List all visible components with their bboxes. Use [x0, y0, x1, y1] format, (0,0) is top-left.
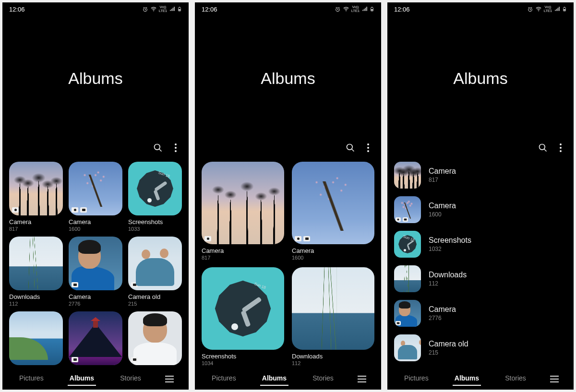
album-card[interactable]: Camera1600 — [69, 162, 122, 232]
nav-stories[interactable]: Stories — [503, 372, 528, 386]
more-options-icon[interactable] — [365, 143, 372, 152]
sd-badge-icon — [131, 357, 138, 362]
album-thumbnail[interactable] — [69, 162, 122, 215]
album-card[interactable]: Camera1600 — [292, 162, 374, 261]
list-item-text: Camera1600 — [429, 202, 456, 218]
alarm-icon — [527, 6, 533, 12]
album-thumbnail[interactable] — [128, 311, 182, 365]
album-thumbnail[interactable] — [69, 237, 122, 290]
album-thumbnail[interactable] — [9, 311, 63, 365]
album-name: Screenshots — [128, 218, 182, 226]
album-card[interactable] — [9, 311, 63, 365]
album-thumbnail[interactable] — [394, 334, 421, 361]
menu-icon[interactable] — [358, 376, 366, 382]
thumbnail-badges — [396, 321, 401, 325]
nav-stories[interactable]: Stories — [311, 372, 336, 386]
signal-icon — [361, 6, 368, 12]
svg-point-7 — [346, 11, 347, 12]
nav-pictures[interactable]: Pictures — [402, 372, 431, 386]
album-count: 817 — [202, 255, 284, 261]
album-name: Camera — [429, 202, 456, 210]
albums-list[interactable]: Camera817Camera1600Sun 18Screenshots1032… — [387, 162, 574, 368]
nav-pictures[interactable]: Pictures — [210, 372, 238, 386]
album-thumbnail[interactable] — [394, 265, 421, 292]
album-card[interactable]: Camera2776 — [69, 237, 122, 307]
toolbar — [195, 141, 381, 162]
album-thumbnail[interactable]: Sun 18 — [394, 231, 421, 258]
list-item[interactable]: Sun 18Screenshots1032 — [394, 231, 567, 258]
album-thumbnail[interactable] — [292, 267, 374, 350]
page-header: Albums — [2, 16, 189, 141]
list-item[interactable]: Downloads112 — [394, 265, 567, 292]
nav-pictures[interactable]: Pictures — [17, 372, 46, 386]
album-thumbnail[interactable] — [9, 237, 63, 290]
album-thumbnail[interactable] — [394, 300, 421, 327]
album-name: Camera — [69, 218, 122, 226]
album-card[interactable]: Camera817 — [9, 162, 63, 232]
list-item-text: Camera817 — [429, 167, 456, 183]
phone-screen-grid2: 12:06 Vo)) LTE1 Albums Camera817Camera16… — [195, 2, 381, 390]
nav-albums[interactable]: Albums — [68, 372, 96, 386]
album-name: Camera — [429, 167, 456, 176]
album-thumbnail[interactable] — [394, 162, 421, 189]
menu-icon[interactable] — [165, 376, 174, 382]
signal-icon — [169, 6, 175, 12]
album-thumbnail[interactable]: Sun 18 — [202, 267, 284, 350]
thumbnail-badges — [295, 236, 310, 241]
album-card[interactable]: Sun 18Screenshots1033 — [128, 162, 182, 232]
albums-grid[interactable]: Camera817Camera1600Sun 18Screenshots1033… — [2, 162, 189, 368]
list-item[interactable]: Camera old215 — [394, 334, 567, 361]
svg-point-1 — [153, 11, 154, 12]
album-count: 1600 — [69, 226, 122, 232]
signal-icon — [554, 6, 560, 12]
list-item[interactable]: Camera817 — [394, 162, 567, 189]
battery-icon — [177, 6, 182, 12]
nav-stories[interactable]: Stories — [118, 372, 143, 386]
search-icon[interactable] — [538, 143, 548, 153]
album-name: Downloads — [9, 293, 63, 300]
album-name: Camera — [9, 218, 63, 226]
phone-screen-list: 12:06 Vo)) LTE1 Albums Camera817Camera16… — [387, 2, 574, 390]
album-thumbnail[interactable] — [128, 237, 182, 290]
list-item[interactable]: Camera2776 — [394, 300, 567, 327]
menu-icon[interactable] — [550, 376, 559, 382]
status-time: 12:06 — [394, 6, 410, 13]
album-thumbnail[interactable] — [202, 162, 284, 244]
more-options-icon[interactable] — [172, 143, 179, 152]
list-item-text: Screenshots1032 — [429, 236, 471, 252]
svg-rect-3 — [179, 7, 180, 7]
album-thumbnail[interactable] — [69, 311, 122, 365]
lte-label: Vo)) LTE1 — [544, 5, 552, 13]
album-thumbnail[interactable]: Sun 18 — [128, 162, 182, 215]
album-card[interactable]: Camera817 — [202, 162, 284, 261]
albums-grid[interactable]: Camera817Camera1600Sun 18Screenshots1034… — [195, 162, 381, 368]
album-count: 2776 — [429, 315, 456, 321]
album-count: 1600 — [429, 211, 456, 218]
album-card[interactable] — [69, 311, 122, 365]
album-name: Screenshots — [429, 236, 471, 245]
svg-rect-16 — [564, 9, 565, 11]
album-thumbnail[interactable] — [292, 162, 374, 244]
album-card[interactable]: Camera old215 — [128, 237, 182, 307]
nav-albums[interactable]: Albums — [453, 372, 481, 386]
list-item[interactable]: Camera1600 — [394, 196, 567, 223]
search-icon[interactable] — [346, 143, 355, 153]
album-thumbnail[interactable] — [394, 196, 421, 223]
album-count: 112 — [9, 301, 63, 307]
lte-label: Vo)) LTE1 — [351, 5, 360, 13]
more-options-icon[interactable] — [557, 143, 564, 152]
search-icon[interactable] — [153, 143, 163, 153]
status-time: 12:06 — [9, 6, 25, 13]
bottom-nav: Pictures Albums Stories — [387, 368, 574, 390]
album-thumbnail[interactable] — [9, 162, 63, 215]
sd-badge-icon — [72, 282, 78, 287]
nav-albums[interactable]: Albums — [260, 372, 288, 386]
album-count: 215 — [128, 301, 182, 307]
list-item-text: Downloads112 — [429, 271, 467, 287]
svg-rect-9 — [372, 7, 373, 7]
album-card[interactable] — [128, 311, 182, 365]
album-card[interactable]: Sun 18Screenshots1034 — [202, 267, 284, 366]
album-card[interactable]: Downloads112 — [9, 237, 63, 307]
album-card[interactable]: Downloads112 — [292, 267, 374, 366]
thumbnail-badges — [12, 207, 19, 213]
